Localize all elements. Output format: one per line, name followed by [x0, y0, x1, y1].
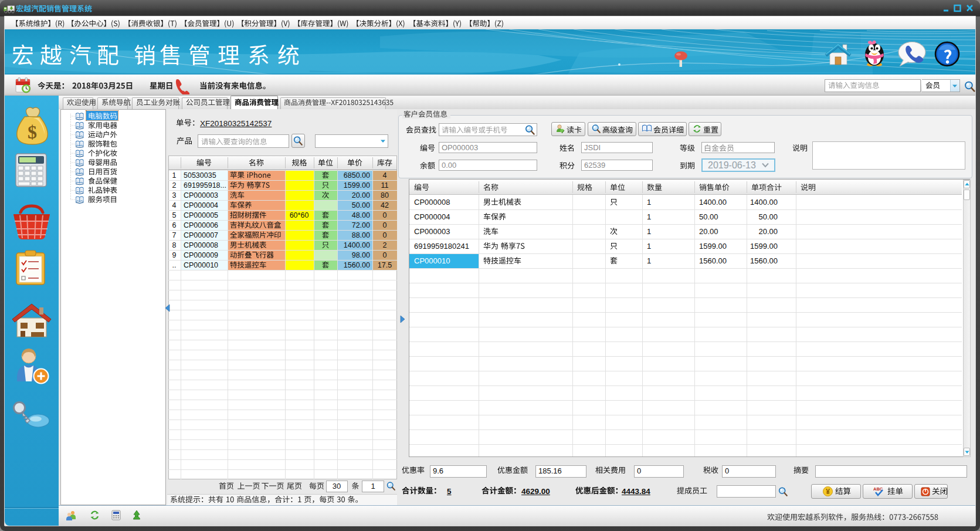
- svg-text:¥: ¥: [826, 488, 830, 496]
- svg-text:$: $: [28, 121, 37, 143]
